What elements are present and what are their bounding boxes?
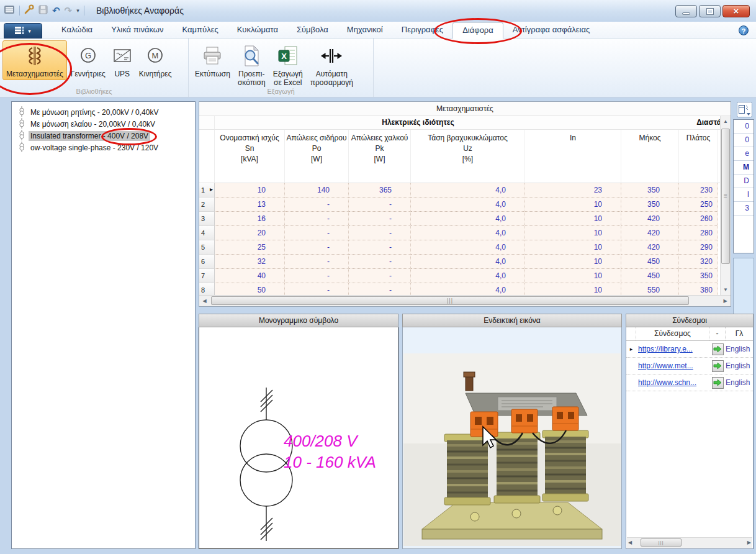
cell-r2-c2[interactable]: - xyxy=(285,198,349,212)
file-menu-button[interactable]: ▾ xyxy=(4,23,42,39)
horizontal-scroll-thumb[interactable]: ||| xyxy=(211,296,689,305)
cell-r5-c2[interactable]: - xyxy=(285,240,349,255)
redo-icon[interactable]: ↷ xyxy=(65,6,73,16)
scroll-left-icon[interactable]: ◀ xyxy=(628,538,632,548)
cell-r6-c3[interactable]: - xyxy=(349,255,411,269)
cell-r7-c5[interactable]: 10 xyxy=(525,269,621,283)
cell-r6-c7[interactable]: 320 xyxy=(679,255,718,269)
preview-button[interactable]: Προεπι- σκόπιση xyxy=(234,40,269,89)
tree-item-resin-insulated[interactable]: Με μόνωση ρητίνης - 20,00kV / 0,40kV xyxy=(12,106,195,118)
cell-r3-c3[interactable]: - xyxy=(349,212,411,226)
cell-r1-c2[interactable]: 140 xyxy=(285,183,349,198)
qat-dropdown-icon[interactable]: ▾ xyxy=(76,7,79,14)
cell-r1-c7[interactable]: 230 xyxy=(679,183,718,198)
scroll-down-icon[interactable]: ▼ xyxy=(721,284,731,295)
cell-r2-c3[interactable]: - xyxy=(349,198,411,212)
ribbon-tab-8[interactable]: Διάφορα xyxy=(452,22,503,39)
autofit-button[interactable]: Αυτόματη προσαρμογή xyxy=(307,40,357,89)
help-icon[interactable]: ? xyxy=(739,25,749,35)
cell-r3-c1[interactable]: 16 xyxy=(215,212,285,226)
row-header-7[interactable]: 7 xyxy=(199,269,215,283)
cell-r2-c5[interactable]: 10 xyxy=(525,198,621,212)
row-header-8[interactable]: 8 xyxy=(199,283,215,296)
cell-r3-c7[interactable]: 260 xyxy=(679,212,718,226)
cell-r3-c5[interactable]: 10 xyxy=(525,212,621,226)
ups-button[interactable]: UPS xyxy=(109,40,135,80)
scroll-left-icon[interactable]: ◀ xyxy=(199,296,210,306)
cell-r2-c1[interactable]: 13 xyxy=(215,198,285,212)
cell-r7-c2[interactable]: - xyxy=(285,269,349,283)
link-url-3[interactable]: http://www.schn... xyxy=(636,378,709,387)
cell-r1-c4[interactable]: 4,0 xyxy=(411,183,525,198)
minimize-button[interactable] xyxy=(675,5,697,17)
cell-r7-c7[interactable]: 350 xyxy=(679,269,718,283)
cell-r5-c1[interactable]: 25 xyxy=(215,240,285,255)
side-strip-cell-4[interactable]: M xyxy=(734,161,754,175)
cell-r8-c7[interactable]: 380 xyxy=(679,283,718,296)
links-column-header-language[interactable]: Γλ xyxy=(726,327,753,340)
undo-icon[interactable]: ↶ xyxy=(52,6,60,16)
cell-r7-c6[interactable]: 450 xyxy=(621,269,679,283)
links-column-header-dash[interactable]: - xyxy=(709,327,726,340)
cell-r7-c4[interactable]: 4,0 xyxy=(411,269,525,283)
side-strip-cell-7[interactable]: 3 xyxy=(734,202,754,216)
tree-item-insulated-transformer[interactable]: Insulated transformer - 400V / 208V xyxy=(12,130,195,142)
save-icon[interactable] xyxy=(38,5,48,17)
cell-r8-c3[interactable]: - xyxy=(349,283,411,296)
side-strip-cell-2[interactable]: 0 xyxy=(734,134,754,147)
scroll-right-icon[interactable]: ▶ xyxy=(720,296,731,306)
side-strip-cell-3[interactable]: e xyxy=(734,147,754,161)
tree-item-low-voltage-single-phase[interactable]: ow-voltage single-phase - 230V / 120V xyxy=(12,142,195,153)
export-excel-button[interactable]: X Εξαγωγή σε Excel xyxy=(269,40,307,89)
cell-r4-c5[interactable]: 10 xyxy=(525,226,621,240)
motors-button[interactable]: M Κινητήρες xyxy=(135,40,176,80)
row-header-1[interactable]: 1▸ xyxy=(199,183,215,198)
column-header-width[interactable]: Πλάτος xyxy=(679,130,718,183)
row-header-4[interactable]: 4 xyxy=(199,226,215,240)
row-header-3[interactable]: 3 xyxy=(199,212,215,226)
cell-r8-c2[interactable]: - xyxy=(285,283,349,296)
links-horizontal-scrollbar[interactable]: ◀ ||| ▶ xyxy=(627,537,752,548)
column-header-uz[interactable]: Τάση βραχυκυκλώματοςUz[%] xyxy=(411,130,525,183)
cell-r6-c5[interactable]: 10 xyxy=(525,255,621,269)
link-url-1[interactable]: https://library.e... xyxy=(636,345,709,353)
ribbon-tab-9[interactable]: Αντίγραφα ασφάλειας xyxy=(503,22,599,39)
cell-r2-c7[interactable]: 250 xyxy=(679,198,718,212)
properties-panel-icon[interactable] xyxy=(737,102,752,117)
cell-r5-c6[interactable]: 420 xyxy=(621,240,679,255)
ribbon-tab-1[interactable]: Καλώδια xyxy=(52,22,102,39)
scroll-up-icon[interactable]: ▲ xyxy=(721,116,731,127)
column-header-sn[interactable]: Ονομαστική ισχύςSn[kVA] xyxy=(215,130,285,183)
cell-r8-c5[interactable]: 10 xyxy=(525,283,621,296)
cell-r3-c4[interactable]: 4,0 xyxy=(411,212,525,226)
grid-horizontal-scrollbar[interactable]: ◀ ||| ▶ xyxy=(199,295,731,306)
cell-r5-c7[interactable]: 290 xyxy=(679,240,718,255)
customize-icon[interactable] xyxy=(24,4,34,17)
ribbon-tab-7[interactable]: Περιγραφές xyxy=(392,22,452,39)
cell-r7-c3[interactable]: - xyxy=(349,269,411,283)
cell-r4-c4[interactable]: 4,0 xyxy=(411,226,525,240)
ribbon-tab-3[interactable]: Καμπύλες xyxy=(173,22,228,39)
links-column-header-link[interactable]: Σύνδεσμος xyxy=(636,327,709,340)
side-strip-cell-1[interactable]: 0 xyxy=(734,120,754,134)
cell-r6-c4[interactable]: 4,0 xyxy=(411,255,525,269)
cell-r5-c4[interactable]: 4,0 xyxy=(411,240,525,255)
app-menu-icon[interactable] xyxy=(4,5,15,17)
cell-r1-c6[interactable]: 350 xyxy=(621,183,679,198)
grid-vertical-scrollbar[interactable]: ▲ ≡ ▼ xyxy=(720,116,731,295)
links-scroll-thumb[interactable]: ||| xyxy=(641,538,682,547)
row-header-5[interactable]: 5 xyxy=(199,240,215,255)
row-header-6[interactable]: 6 xyxy=(199,255,215,269)
generators-button[interactable]: G Γεννήτριες xyxy=(67,40,109,80)
cell-r1-c3[interactable]: 365 xyxy=(349,183,411,198)
print-button[interactable]: Εκτύπωση xyxy=(191,40,234,80)
cell-r1-c5[interactable]: 23 xyxy=(525,183,621,198)
ribbon-tab-4[interactable]: Κυκλώματα xyxy=(228,22,287,39)
cell-r3-c2[interactable]: - xyxy=(285,212,349,226)
column-header-length[interactable]: Μήκος xyxy=(621,130,679,183)
cell-r1-c1[interactable]: 10 xyxy=(215,183,285,198)
column-header-in[interactable]: In xyxy=(525,130,621,183)
cell-r7-c1[interactable]: 40 xyxy=(215,269,285,283)
restore-button[interactable] xyxy=(699,5,721,17)
close-button[interactable]: × xyxy=(722,5,750,17)
